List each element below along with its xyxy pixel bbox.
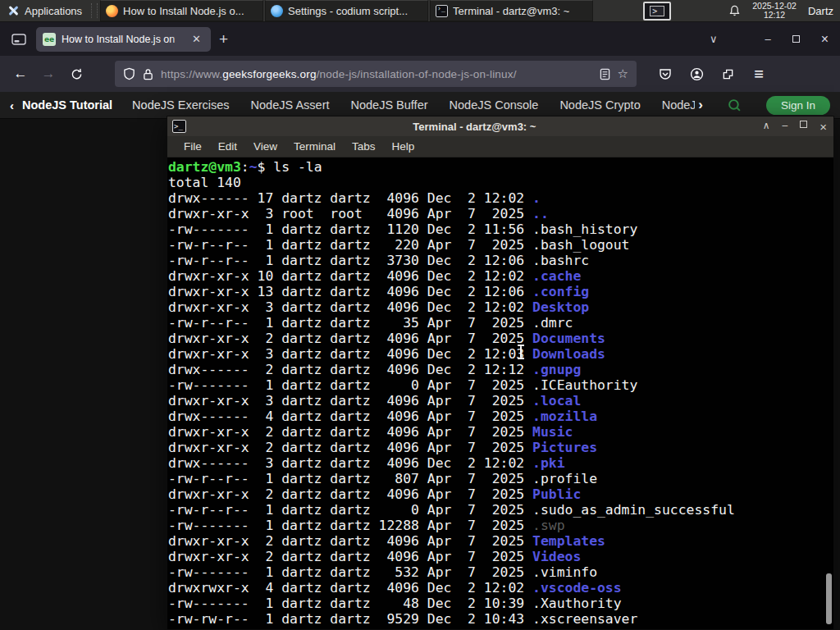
terminal-line: drwxr-xr-x 2 dartz dartz 4096 Apr 7 2025… (168, 331, 833, 346)
notification-bell-icon[interactable] (728, 5, 741, 17)
tab-title-fade (170, 27, 191, 52)
terminal-menu-item[interactable]: Help (384, 140, 423, 153)
window-title-label: Settings - codium script... (288, 5, 408, 17)
terminal-menu-item[interactable]: Terminal (285, 140, 344, 153)
taskbar: How to Install Node.js o... Settings - c… (100, 0, 593, 21)
terminal-line: -rw-r--r-- 1 dartz dartz 807 Apr 7 2025 … (168, 471, 833, 486)
terminal-menu-bar: File Edit View Terminal Tabs Help (167, 136, 833, 158)
prompt-user-host: dartz@vm3 (168, 159, 241, 175)
panel-separator (91, 3, 98, 18)
window-icon (436, 5, 448, 17)
terminal-close-button[interactable]: × (819, 121, 827, 133)
terminal-line: drwx------ 3 dartz dartz 4096 Dec 2 12:0… (168, 455, 833, 471)
terminal-line: -rw-r--r-- 1 dartz dartz 220 Apr 7 2025 … (168, 237, 833, 253)
terminal-line: drwxr-xr-x 3 dartz dartz 4096 Dec 2 12:0… (168, 299, 833, 315)
terminal-menu-item[interactable]: File (176, 140, 210, 153)
prompt-path: ~ (249, 159, 258, 175)
terminal-line: drwx------ 17 dartz dartz 4096 Dec 2 12:… (168, 190, 833, 206)
back-button[interactable]: ← (8, 62, 33, 86)
bookmark-star-icon[interactable]: ☆ (618, 66, 628, 81)
terminal-line: -rw------- 1 dartz dartz 532 Apr 7 2025 … (168, 564, 833, 580)
menu-hamburger-icon[interactable]: ≡ (746, 62, 771, 86)
top-panel: Applications How to Install Node.js o...… (0, 0, 840, 22)
terminal-maximize-button[interactable] (800, 121, 807, 128)
applications-menu-button[interactable]: Applications (0, 0, 89, 21)
terminal-line: drwx------ 2 dartz dartz 4096 Dec 2 12:1… (168, 362, 833, 377)
prompt-command: $ ls -la (258, 159, 322, 175)
terminal-line: total 140 (168, 175, 833, 190)
window-title-label: How to Install Node.js o... (123, 5, 244, 17)
nav-item[interactable]: NodeJS DNS (662, 98, 696, 112)
terminal-line: drwxr-xr-x 3 root root 4096 Apr 7 2025 .… (168, 206, 833, 221)
terminal-menu-item[interactable]: View (245, 140, 285, 153)
sign-in-button[interactable]: Sign In (766, 96, 830, 115)
terminal-line: -rw-rw-r-- 1 dartz dartz 9529 Dec 2 10:4… (168, 611, 833, 627)
tab-title: How to Install Node.js on (62, 34, 183, 45)
terminal-line: drwxr-xr-x 2 dartz dartz 4096 Apr 7 2025… (168, 486, 833, 502)
user-menu[interactable]: Dartz (808, 5, 833, 17)
terminal-title-bar[interactable]: >_ Terminal - dartz@vm3: ~ ∧ – × (167, 116, 833, 136)
terminal-menu-item[interactable]: Tabs (344, 140, 384, 153)
terminal-shade-button[interactable]: ∧ (763, 121, 770, 133)
nav-item-nodejs-tutorial[interactable]: NodeJS Tutorial (22, 98, 112, 112)
navigation-toolbar: ← → https://www.geeksforgeeks.org/node-j… (0, 56, 840, 92)
terminal-window-icon: >_ (172, 120, 186, 133)
account-icon[interactable] (684, 62, 709, 86)
terminal-line: -rw-r--r-- 1 dartz dartz 3730 Dec 2 12:0… (168, 253, 833, 268)
nav-more-chevron-icon[interactable]: › (698, 97, 703, 113)
terminal-window: >_ Terminal - dartz@vm3: ~ ∧ – × File Ed… (167, 116, 834, 630)
terminal-line: drwxr-xr-x 2 dartz dartz 4096 Apr 7 2025… (168, 533, 833, 549)
taskbar-window-button[interactable]: Terminal - dartz@vm3: ~ (430, 0, 593, 21)
url-bar[interactable]: https://www.geeksforgeeks.org/node-js/in… (115, 61, 637, 87)
reload-button[interactable] (64, 62, 89, 86)
terminal-line: drwxr-xr-x 13 dartz dartz 4096 Dec 2 12:… (168, 284, 833, 299)
nav-item[interactable]: NodeJS Assert (251, 98, 330, 112)
clock-time: 12:12 (752, 11, 797, 20)
window-icon (106, 5, 118, 17)
new-tab-button[interactable]: + (211, 30, 236, 48)
terminal-title: Terminal - dartz@vm3: ~ (186, 121, 763, 133)
reader-mode-icon[interactable] (600, 68, 610, 80)
url-path: /node-js/installation-of-node-js-on-linu… (317, 68, 517, 80)
applications-label: Applications (25, 5, 82, 17)
list-all-tabs-chevron-icon[interactable]: ∨ (710, 33, 718, 45)
terminal-output[interactable]: dartz@vm3:~$ ls -la total 140 drwx------… (167, 158, 833, 629)
terminal-line: drwxr-xr-x 2 dartz dartz 4096 Apr 7 2025… (168, 549, 833, 564)
nav-item[interactable]: NodeJS Console (450, 98, 539, 112)
url-scheme: https://www. (161, 68, 222, 80)
nav-item[interactable]: NodeJS Buffer (351, 98, 428, 112)
terminal-line: drwxrwxr-x 4 dartz dartz 4096 Dec 2 12:0… (168, 580, 833, 596)
tab-bar: ee How to Install Node.js on ✕ + ∨ – × (0, 22, 840, 56)
browser-tab[interactable]: ee How to Install Node.js on ✕ (36, 27, 211, 52)
browser-maximize-button[interactable] (792, 35, 800, 43)
terminal-scrollbar-thumb[interactable] (826, 573, 832, 624)
browser-close-button[interactable]: × (821, 33, 829, 46)
taskbar-window-button[interactable]: Settings - codium script... (265, 0, 428, 21)
nav-item[interactable]: NodeJS Crypto (559, 98, 640, 112)
terminal-menu-item[interactable]: Edit (210, 140, 245, 153)
pocket-icon[interactable] (653, 62, 678, 86)
terminal-launcher-button[interactable]: >_ (643, 2, 671, 21)
terminal-line: drwxr-xr-x 3 dartz dartz 4096 Dec 2 12:0… (168, 346, 833, 362)
terminal-line: -rw------- 1 dartz dartz 1120 Dec 2 11:5… (168, 221, 833, 237)
extensions-icon[interactable] (715, 62, 740, 86)
search-icon[interactable] (728, 98, 742, 112)
mouse-text-cursor (520, 345, 522, 358)
lock-icon[interactable] (143, 68, 153, 80)
nav-back-chevron-icon[interactable]: ‹ (10, 98, 14, 112)
browser-minimize-button[interactable]: – (765, 34, 770, 44)
clock[interactable]: 2025-12-02 12:12 (752, 2, 797, 20)
terminal-line: -rw------- 1 dartz dartz 12288 Apr 7 202… (168, 518, 833, 533)
firefox-view-icon[interactable] (10, 30, 28, 48)
url-text: https://www.geeksforgeeks.org/node-js/in… (161, 68, 592, 80)
gfg-favicon: ee (43, 33, 56, 46)
terminal-minimize-button[interactable]: – (783, 121, 788, 133)
terminal-line: drwxr-xr-x 10 dartz dartz 4096 Dec 2 12:… (168, 268, 833, 284)
nav-item[interactable]: NodeJS Exercises (132, 98, 229, 112)
taskbar-window-button[interactable]: How to Install Node.js o... (100, 0, 263, 21)
terminal-line: -rw------- 1 dartz dartz 48 Dec 2 10:39 … (168, 596, 833, 611)
forward-button[interactable]: → (36, 62, 61, 86)
tracking-shield-icon[interactable] (123, 67, 135, 80)
terminal-line: -rw-r--r-- 1 dartz dartz 0 Apr 7 2025 .s… (168, 502, 833, 518)
terminal-prompt-line: dartz@vm3:~$ ls -la (168, 159, 833, 175)
